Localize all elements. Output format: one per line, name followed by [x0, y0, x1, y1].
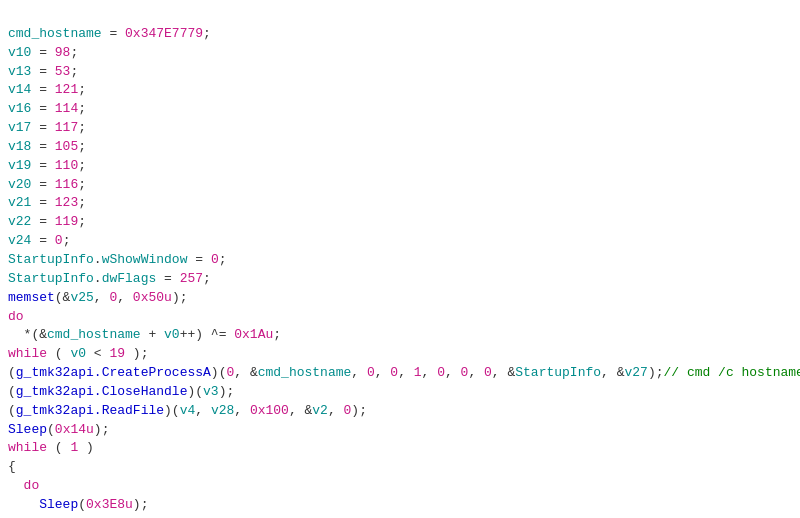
- line-2: v10 = 98;: [8, 45, 78, 60]
- line-4: v14 = 121;: [8, 82, 86, 97]
- line-24: {: [8, 459, 16, 474]
- line-18: while ( v0 < 19 );: [8, 346, 148, 361]
- line-20: (g_tmk32api.CloseHandle)(v3);: [8, 384, 234, 399]
- line-11: v22 = 119;: [8, 214, 86, 229]
- line-17: *(&cmd_hostname + v0++) ^= 0x1Au;: [8, 327, 281, 342]
- line-21: (g_tmk32api.ReadFile)(v4, v28, 0x100, &v…: [8, 403, 367, 418]
- line-23: while ( 1 ): [8, 440, 94, 455]
- line-19: (g_tmk32api.CreateProcessA)(0, &cmd_host…: [8, 365, 800, 380]
- line-14: StartupInfo.dwFlags = 257;: [8, 271, 211, 286]
- code-viewer: cmd_hostname = 0x347E7779; v10 = 98; v13…: [8, 6, 792, 518]
- line-12: v24 = 0;: [8, 233, 70, 248]
- line-26: Sleep(0x3E8u);: [8, 497, 148, 512]
- line-16: do: [8, 309, 24, 324]
- line-6: v17 = 117;: [8, 120, 86, 135]
- line-22: Sleep(0x14u);: [8, 422, 109, 437]
- line-9: v20 = 116;: [8, 177, 86, 192]
- line-25: do: [8, 478, 39, 493]
- line-3: v13 = 53;: [8, 64, 78, 79]
- line-7: v18 = 105;: [8, 139, 86, 154]
- line-8: v19 = 110;: [8, 158, 86, 173]
- line-1: cmd_hostname = 0x347E7779;: [8, 26, 211, 41]
- line-15: memset(&v25, 0, 0x50u);: [8, 290, 187, 305]
- line-10: v21 = 123;: [8, 195, 86, 210]
- line-5: v16 = 114;: [8, 101, 86, 116]
- line-13: StartupInfo.wShowWindow = 0;: [8, 252, 227, 267]
